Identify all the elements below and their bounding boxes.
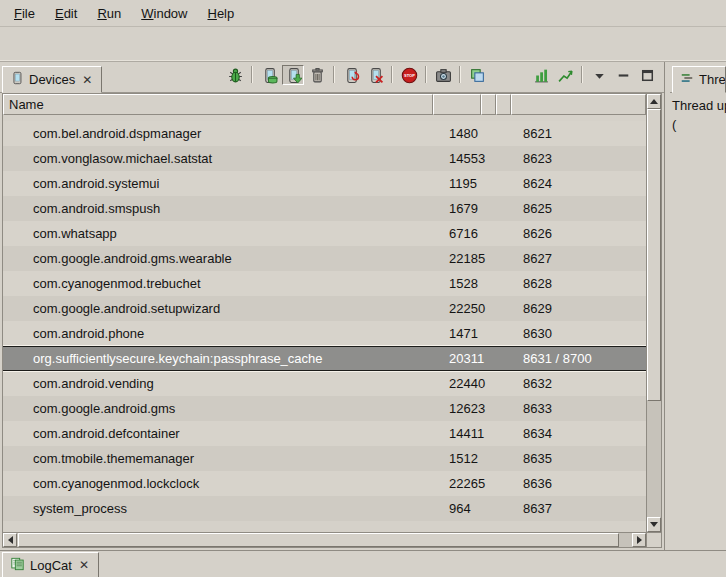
menu-file[interactable]: File [4,2,45,25]
vertical-scrollbar[interactable] [646,94,661,532]
tab-devices[interactable]: Devices ✕ [2,66,102,93]
process-pid: 12623 [433,401,481,416]
process-port: 8626 [511,226,646,241]
menu-window[interactable]: Window [131,2,197,25]
view-menu-icon[interactable] [588,65,610,85]
svg-text:STOP: STOP [404,73,415,78]
toolbar-separator [391,66,392,83]
device-process-row[interactable]: com.cyanogenmod.lockclock222658636 [3,471,646,496]
dump-hprof-icon[interactable] [282,65,304,85]
column-header-blank1[interactable] [481,94,496,115]
vertical-scroll-thumb[interactable] [647,109,661,401]
logcat-tab-icon [10,557,25,574]
process-port: 8624 [511,176,646,191]
process-name: com.vonglasow.michael.satstat [3,151,433,166]
device-process-row[interactable]: com.google.android.gms.wearable221858627 [3,246,646,271]
scroll-up-button[interactable] [647,94,661,109]
process-port: 8621 [511,126,646,141]
device-process-row[interactable]: com.android.systemui11958624 [3,171,646,196]
minimize-icon[interactable] [612,65,634,85]
device-process-row[interactable]: com.whatsapp67168626 [3,221,646,246]
process-name: com.bel.android.dspmanager [3,126,433,141]
device-process-row[interactable]: com.android.defcontainer144118634 [3,421,646,446]
logcat-tab-label: LogCat [30,558,72,573]
device-process-row[interactable]: com.vonglasow.michael.satstat145538623 [3,146,646,171]
device-process-row[interactable]: com.google.android.setupwizard222508629 [3,296,646,321]
left-arrow-icon [8,536,13,544]
scroll-left-button[interactable] [3,533,17,547]
process-port: 8627 [511,251,646,266]
toolbar-spacer [490,75,528,76]
debug-icon[interactable] [224,65,246,85]
column-header-name[interactable]: Name [3,94,433,115]
system-info-icon[interactable] [466,65,488,85]
line-chart-icon[interactable] [554,65,576,85]
toolbar-separator [581,66,582,83]
toolbar-separator [251,66,252,83]
process-pid: 1512 [433,451,481,466]
column-chart-icon[interactable] [530,65,552,85]
device-process-row[interactable]: com.android.vending224408632 [3,371,646,396]
process-port: 8630 [511,326,646,341]
process-pid: 22185 [433,251,481,266]
process-port: 8632 [511,376,646,391]
process-port: 8635 [511,451,646,466]
screen-capture-icon[interactable] [432,65,454,85]
threads-message-line2: ( [672,115,724,134]
scroll-right-button[interactable] [632,533,646,547]
process-pid: 22440 [433,376,481,391]
tab-threads[interactable]: Threads ✕ [672,66,726,93]
process-name: com.google.android.gms.wearable [3,251,433,266]
threads-panel: Threads ✕ Thread up ( [670,62,726,550]
process-pid: 1195 [433,176,481,191]
scrollbar-corner [646,533,661,547]
process-name: com.whatsapp [3,226,433,241]
column-header-port[interactable] [511,94,646,115]
column-header-pid[interactable] [433,94,481,115]
device-process-row[interactable]: com.cyanogenmod.trebuchet15288628 [3,271,646,296]
horizontal-scroll-thumb[interactable] [18,533,619,547]
stop-process-icon[interactable]: STOP [398,65,420,85]
tab-logcat[interactable]: LogCat ✕ [2,552,99,577]
device-process-row[interactable]: com.android.smspush16798625 [3,196,646,221]
menu-edit[interactable]: Edit [45,2,87,25]
process-name: com.cyanogenmod.lockclock [3,476,433,491]
cause-gc-icon[interactable] [306,65,328,85]
menubar: FileEditRunWindowHelp [0,0,726,27]
process-name: com.google.android.gms [3,401,433,416]
process-name: com.android.phone [3,326,433,341]
device-process-row[interactable]: org.sufficientlysecure.keychain:passphra… [3,346,646,371]
menu-help[interactable]: Help [197,2,244,25]
close-icon[interactable]: ✕ [80,73,94,87]
device-tab-icon [10,71,24,88]
method-profiling-icon[interactable] [364,65,386,85]
scroll-down-button[interactable] [647,517,661,532]
menu-run[interactable]: Run [87,2,131,25]
process-pid: 964 [433,501,481,516]
close-icon[interactable]: ✕ [77,558,91,572]
device-process-row[interactable]: system_process9648637 [3,496,646,521]
device-process-row[interactable]: com.bel.android.dspmanager14808621 [3,121,646,146]
main-toolbar-strip [0,27,726,62]
horizontal-scrollbar[interactable] [3,533,646,547]
process-port: 8625 [511,201,646,216]
device-process-row[interactable]: com.tmobile.thememanager15128635 [3,446,646,471]
process-port: 8628 [511,276,646,291]
process-table: Name com.bel.android.dspmanager14808621c… [2,93,662,548]
devices-panel: Devices ✕ STOP Name com.be [0,62,665,550]
right-arrow-icon [637,536,642,544]
process-port: 8636 [511,476,646,491]
maximize-icon[interactable] [636,65,658,85]
bottom-tabbar: LogCat ✕ [0,550,726,577]
column-header-blank2[interactable] [496,94,511,115]
process-pid: 1679 [433,201,481,216]
threads-tabbar: Threads ✕ [670,62,726,93]
table-header: Name [3,94,646,115]
threads-message-line1: Thread up [672,96,724,115]
main-area: Devices ✕ STOP Name com.be [0,62,726,550]
update-heap-icon[interactable] [258,65,280,85]
update-threads-icon[interactable] [340,65,362,85]
process-name: com.android.systemui [3,176,433,191]
device-process-row[interactable]: com.google.android.gms126238633 [3,396,646,421]
device-process-row[interactable]: com.android.phone14718630 [3,321,646,346]
